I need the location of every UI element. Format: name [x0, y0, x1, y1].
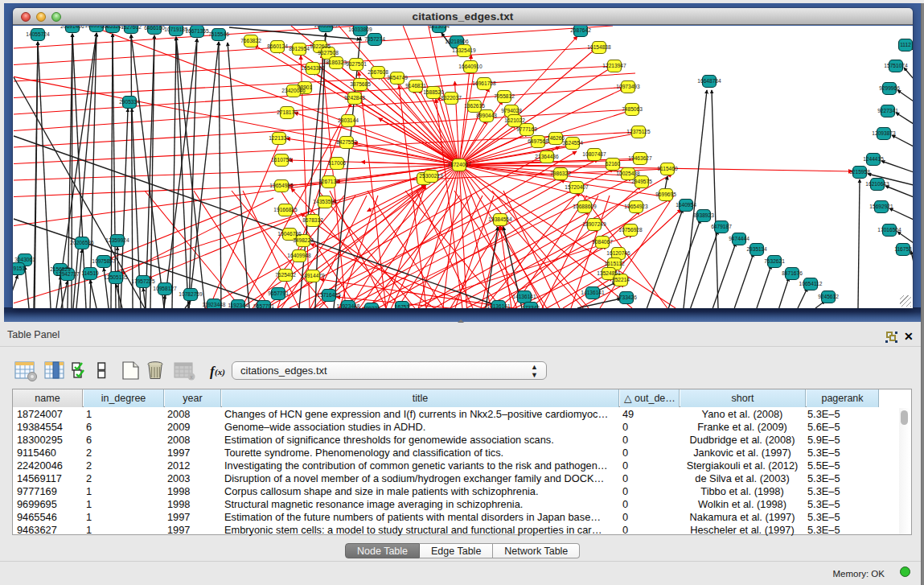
svg-text:20691406: 20691406: [60, 26, 84, 29]
svg-text:1615112: 1615112: [604, 261, 625, 266]
svg-text:x: x: [190, 374, 193, 380]
svg-text:14136141: 14136141: [581, 290, 605, 295]
svg-text:2367608: 2367608: [368, 69, 388, 75]
svg-text:3215958: 3215958: [849, 169, 870, 175]
svg-text:173342: 173342: [522, 305, 540, 308]
svg-text:8186323: 8186323: [326, 60, 347, 65]
svg-text:2803144: 2803144: [338, 117, 359, 123]
svg-text:19218906: 19218906: [445, 39, 469, 44]
svg-text:16961758: 16961758: [472, 80, 496, 86]
svg-text:817006: 817006: [328, 160, 346, 166]
svg-text:7955812: 7955812: [494, 93, 515, 99]
svg-text:14055724: 14055724: [26, 31, 50, 37]
svg-text:1640954: 1640954: [676, 202, 696, 208]
svg-text:9322605: 9322605: [310, 43, 331, 49]
svg-text:13524851: 13524851: [597, 270, 621, 276]
svg-text:12942737: 12942737: [55, 271, 80, 277]
svg-text:16120746: 16120746: [606, 250, 630, 256]
svg-text:9146821: 9146821: [405, 83, 426, 89]
svg-text:15751074: 15751074: [884, 63, 908, 68]
svg-text:2087642: 2087642: [570, 27, 591, 33]
svg-text:9474444: 9474444: [729, 236, 749, 241]
svg-text:2949575: 2949575: [631, 179, 652, 184]
svg-text:62160: 62160: [606, 161, 621, 167]
svg-text:9299966: 9299966: [879, 85, 900, 91]
svg-text:10688609: 10688609: [573, 204, 597, 209]
svg-text:14136141: 14136141: [487, 303, 511, 308]
svg-text:16543382: 16543382: [301, 65, 325, 71]
svg-text:3454749: 3454749: [387, 75, 408, 80]
svg-text:15692921: 15692921: [869, 204, 893, 209]
svg-text:21364436: 21364436: [535, 154, 559, 159]
svg-text:7625402: 7625402: [275, 272, 296, 278]
svg-text:12375125: 12375125: [626, 129, 651, 134]
svg-text:7357274: 7357274: [364, 36, 385, 42]
svg-text:13325419: 13325419: [452, 47, 476, 53]
svg-text:1621022: 1621022: [504, 117, 525, 123]
svg-text:1527602: 1527602: [121, 26, 142, 30]
svg-text:1588520: 1588520: [423, 89, 444, 95]
svg-text:1733426: 1733426: [616, 295, 637, 300]
svg-text:10973493: 10973493: [616, 84, 640, 89]
svg-text:23420046: 23420046: [281, 88, 306, 93]
svg-text:9657791: 9657791: [253, 303, 274, 308]
svg-text:19654923: 19654923: [624, 204, 648, 209]
svg-text:7986322: 7986322: [550, 171, 571, 176]
svg-text:8813054: 8813054: [429, 26, 450, 29]
svg-text:114519: 114519: [81, 270, 99, 276]
svg-text:1112: 1112: [900, 42, 911, 47]
svg-text:12093873: 12093873: [872, 130, 896, 136]
svg-text:8322037: 8322037: [441, 95, 462, 101]
svg-text:10046786: 10046786: [277, 231, 302, 237]
svg-text:10025438: 10025438: [616, 171, 640, 176]
svg-text:16210643: 16210643: [865, 181, 889, 187]
svg-text:16753: 16753: [395, 304, 410, 308]
svg-text:1362615: 1362615: [464, 103, 485, 109]
svg-text:3624554: 3624554: [562, 140, 583, 146]
svg-text:9327508: 9327508: [318, 50, 339, 56]
svg-text:10782759: 10782759: [179, 291, 203, 297]
svg-text:8660124: 8660124: [267, 43, 288, 49]
svg-text:10654112: 10654112: [799, 281, 823, 286]
svg-text:19384554: 19384554: [488, 216, 512, 222]
svg-text:8471676: 8471676: [782, 270, 803, 276]
svg-text:15720407: 15720407: [565, 184, 589, 190]
svg-text:7485063: 7485063: [622, 106, 643, 112]
svg-text:19654985: 19654985: [269, 183, 294, 188]
svg-text:19166825: 19166825: [273, 207, 298, 212]
svg-text:8912954: 8912954: [289, 46, 310, 51]
svg-text:16033809: 16033809: [348, 27, 372, 32]
svg-text:16640910: 16640910: [458, 64, 483, 69]
svg-text:3267130: 3267130: [318, 179, 339, 184]
svg-text:10958127: 10958127: [153, 286, 177, 291]
svg-text:10756928: 10756928: [618, 227, 643, 233]
svg-text:252214: 252214: [612, 277, 630, 282]
svg-text:14914479: 14914479: [301, 273, 325, 278]
svg-text:7515546: 7515546: [208, 31, 229, 37]
svg-text:16648784: 16648784: [697, 78, 721, 84]
svg-text:7663822: 7663822: [240, 38, 261, 43]
svg-text:1610755: 1610755: [271, 157, 292, 163]
svg-text:17957225: 17957225: [131, 278, 155, 284]
svg-text:3043061: 3043061: [14, 257, 35, 262]
svg-text:6479187: 6479187: [711, 224, 732, 229]
svg-text:(x): (x): [215, 367, 225, 377]
svg-text:16671355: 16671355: [185, 28, 209, 34]
svg-text:10807487: 10807487: [582, 151, 606, 157]
svg-text:11923448: 11923448: [203, 302, 226, 307]
svg-text:8678312: 8678312: [302, 217, 323, 223]
svg-text:9084067: 9084067: [592, 239, 613, 245]
svg-text:10975857: 10975857: [92, 258, 116, 264]
svg-text:6466160: 6466160: [144, 26, 165, 31]
svg-text:9242848: 9242848: [344, 95, 365, 101]
svg-text:16154838: 16154838: [587, 44, 611, 50]
svg-text:1192344: 1192344: [228, 303, 248, 308]
svg-text:12213947: 12213947: [602, 63, 626, 68]
svg-text:16033809: 16033809: [314, 26, 338, 28]
svg-text:18724007: 18724007: [447, 162, 471, 167]
svg-text:19463627: 19463627: [628, 155, 652, 161]
svg-text:2905334: 2905334: [119, 99, 140, 105]
svg-text:109234: 109234: [363, 306, 380, 308]
svg-text:11923448: 11923448: [337, 303, 360, 308]
svg-text:2935114: 2935114: [746, 246, 767, 252]
